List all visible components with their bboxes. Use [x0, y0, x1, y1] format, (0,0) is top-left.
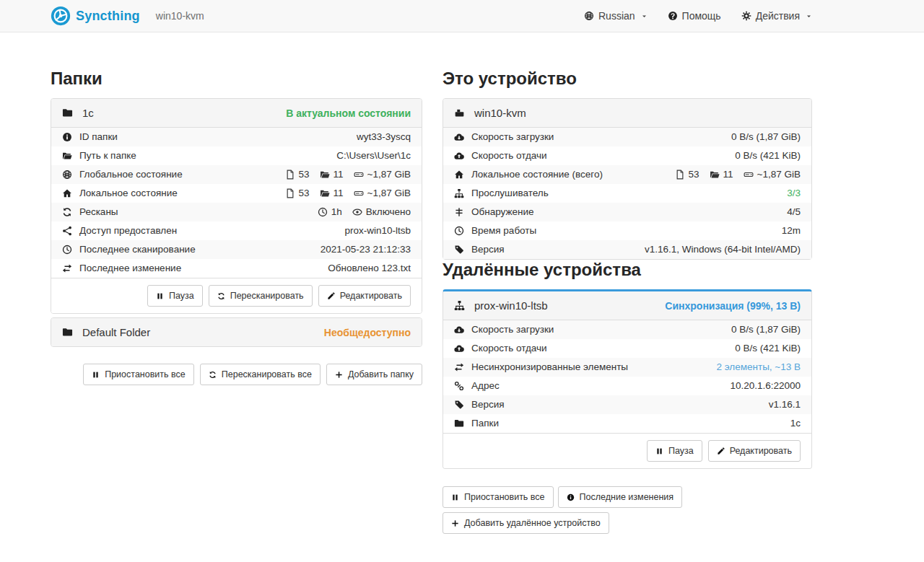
folder-panel-footer: Пауза Пересканировать Редактировать	[51, 278, 422, 313]
row-label: Последнее сканирование	[79, 244, 196, 255]
language-menu[interactable]: Russian	[584, 10, 648, 22]
edit-device-button[interactable]: Редактировать	[708, 440, 801, 462]
size-value: ~1,87 GiB	[367, 188, 411, 199]
this-device-header[interactable]: win10-kvm	[443, 99, 811, 128]
clock-icon	[62, 245, 73, 255]
row-label: Локальное состояние	[79, 188, 178, 199]
table-row-last-change: Последнее изменение Обновлено 123.txt	[51, 259, 422, 278]
row-value: 1c	[790, 418, 801, 429]
folder-panel-header[interactable]: Default Folder Необщедоступно	[51, 318, 422, 346]
table-row-download-rate: Скорость загрузки 0 B/s (1,87 GiB)	[443, 320, 811, 339]
tag-icon	[454, 400, 465, 410]
table-row-upload-rate: Скорость отдачи 0 B/s (421 KiB)	[443, 146, 811, 165]
navbar: Syncthing win10-kvm Russian Помощь Дейст…	[0, 0, 924, 32]
folder-icon	[320, 170, 330, 180]
button-label: Пауза	[668, 446, 694, 456]
exchange-icon	[62, 263, 73, 273]
table-row-version: Версия v1.16.1, Windows (64-bit Intel/AM…	[443, 240, 811, 259]
remote-device-panel: prox-win10-ltsb Синхронизация (99%, 13 B…	[443, 289, 812, 469]
row-value: v1.16.1, Windows (64-bit Intel/AMD)	[645, 244, 801, 255]
folders-actions: Приостановить все Пересканировать все До…	[51, 364, 422, 385]
device-name: win10-kvm	[474, 107, 526, 119]
row-label: Версия	[471, 399, 505, 410]
pause-all-devices-button[interactable]: Приостановить все	[443, 486, 554, 508]
cloud-download-icon	[454, 132, 465, 142]
rescan-interval: 1h	[331, 206, 342, 218]
button-label: Редактировать	[730, 446, 792, 456]
row-value: 0 B/s (1,87 GiB)	[731, 324, 801, 335]
dirs-count: 11	[334, 188, 344, 199]
hostname-label: win10-kvm	[156, 10, 204, 22]
row-label: Последнее изменение	[79, 263, 181, 274]
remote-device-header[interactable]: prox-win10-ltsb Синхронизация (99%, 13 B…	[443, 291, 811, 320]
row-value: 53 11 ~1,87 GiB	[675, 169, 801, 180]
help-menu[interactable]: Помощь	[668, 10, 721, 22]
row-value: 10.20.1.6:22000	[730, 380, 801, 392]
plus-icon	[335, 371, 343, 379]
cloud-download-icon	[454, 325, 465, 335]
row-label: Папки	[471, 418, 499, 429]
hdd-icon	[354, 170, 364, 180]
folder-panel-header[interactable]: 1c В актуальном состоянии	[51, 99, 422, 128]
file-icon	[285, 170, 295, 180]
watcher-state: Включено	[366, 206, 411, 218]
folder-name: Default Folder	[82, 326, 150, 338]
folder-icon	[320, 188, 330, 198]
caret-down-icon	[641, 13, 648, 19]
row-value: v1.16.1	[769, 399, 801, 410]
row-label: Скорость отдачи	[471, 150, 547, 162]
button-label: Редактировать	[340, 291, 402, 301]
language-menu-label: Russian	[598, 10, 635, 22]
folder-icon	[62, 327, 73, 338]
add-folder-button[interactable]: Добавить папку	[326, 364, 422, 385]
rescan-all-folders-button[interactable]: Пересканировать все	[200, 364, 321, 385]
row-value: 53 11 ~1,87 GiB	[285, 169, 411, 180]
actions-menu[interactable]: Действия	[741, 10, 812, 22]
home-icon	[454, 170, 465, 180]
row-value: 1h Включено	[318, 206, 411, 218]
folder-icon	[710, 170, 720, 180]
table-row-folder-path: Путь к папке C:\Users\User\1c	[51, 146, 422, 165]
pause-folder-button[interactable]: Пауза	[147, 285, 203, 307]
row-value: Обновлено 123.txt	[328, 263, 411, 274]
button-label: Приостановить все	[105, 369, 186, 379]
table-row-last-scan: Последнее сканирование 2021-05-23 21:12:…	[51, 240, 422, 259]
plus-icon	[451, 519, 459, 527]
refresh-icon	[209, 371, 217, 379]
row-label: Несинхронизированные элементы	[471, 361, 628, 373]
globe-icon	[584, 11, 594, 21]
globe-icon	[62, 170, 73, 180]
table-row-folders: Папки 1c	[443, 414, 811, 433]
row-label: Прослушиватель	[471, 188, 549, 199]
pause-icon	[156, 292, 164, 300]
rescan-folder-button[interactable]: Пересканировать	[209, 285, 313, 307]
row-label: Версия	[471, 244, 505, 255]
pause-icon	[655, 447, 663, 455]
pause-all-folders-button[interactable]: Приостановить все	[83, 364, 194, 385]
dirs-count: 11	[334, 169, 344, 180]
add-remote-device-button[interactable]: Добавить удалённое устройство	[443, 512, 609, 534]
tag-icon	[454, 245, 465, 255]
folders-section-title: Папки	[51, 69, 422, 89]
file-icon	[285, 188, 295, 198]
table-row-local-state-total: Локальное состояние (всего) 53 11 ~1,87 …	[443, 165, 811, 184]
files-count: 53	[299, 188, 310, 199]
row-value: 2021-05-23 21:12:33	[321, 244, 411, 255]
cloud-upload-icon	[454, 343, 465, 354]
remote-device-name: prox-win10-ltsb	[474, 299, 548, 312]
row-label: Ресканы	[79, 206, 118, 218]
sitemap-icon	[454, 188, 465, 198]
folder-panel-default: Default Folder Необщедоступно	[51, 317, 422, 347]
brand-name: Syncthing	[76, 9, 140, 24]
recent-changes-button[interactable]: Последние изменения	[558, 486, 683, 508]
pause-icon	[92, 371, 100, 379]
edit-folder-button[interactable]: Редактировать	[318, 285, 411, 307]
share-icon	[62, 226, 73, 236]
syncthing-brand[interactable]: Syncthing	[51, 6, 140, 26]
exchange-icon	[454, 362, 465, 372]
pause-device-button[interactable]: Пауза	[647, 440, 702, 462]
table-row-global-state: Глобальное состояние 53 11 ~1,87 GiB	[51, 165, 422, 184]
out-of-sync-items-link[interactable]: 2 элементы, ~13 B	[716, 361, 801, 373]
folder-details-table: ID папки wyt33-3yscq Путь к папке C:\Use…	[51, 128, 422, 278]
pencil-icon	[327, 292, 335, 300]
